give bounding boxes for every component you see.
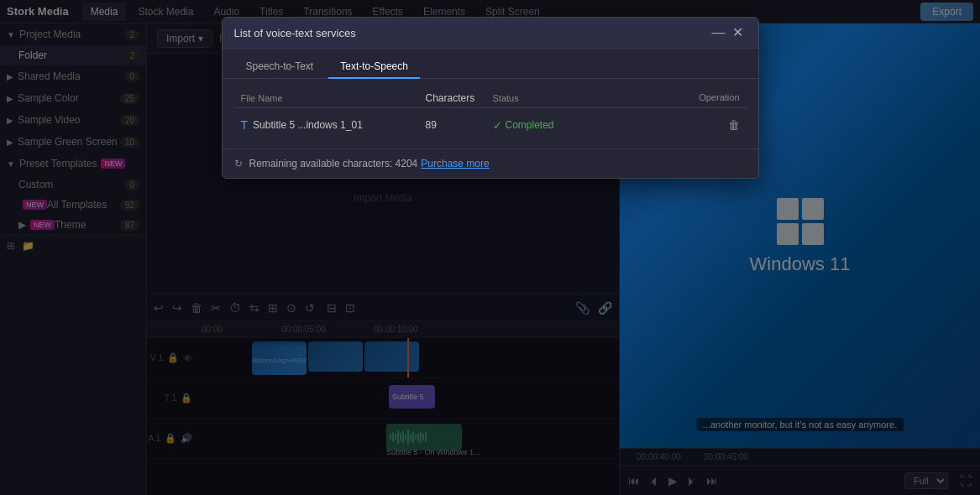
modal-close-button[interactable]: ✕ bbox=[729, 26, 747, 39]
tab-text-to-speech[interactable]: Text-to-Speech bbox=[328, 55, 420, 79]
file-name-cell: T Subtitle 5 ...indows 1_01 bbox=[241, 118, 426, 132]
modal-minimize-button[interactable]: — bbox=[709, 26, 729, 39]
modal-overlay: List of voice-text services — ✕ Speech-t… bbox=[0, 0, 980, 495]
col-header-filename: File Name bbox=[241, 92, 426, 104]
purchase-more-link[interactable]: Purchase more bbox=[421, 158, 489, 169]
col-header-status: Status bbox=[493, 92, 594, 104]
delete-row-button[interactable]: 🗑 bbox=[728, 118, 740, 132]
table-row: T Subtitle 5 ...indows 1_01 89 ✓ Complet… bbox=[234, 112, 747, 138]
status-badge: Completed bbox=[506, 119, 554, 131]
modal-table-header: File Name Characters Status Operation bbox=[234, 89, 747, 108]
modal-footer: ↻ Remaining available characters: 4204 P… bbox=[223, 148, 758, 178]
modal-tabs: Speech-to-Text Text-to-Speech bbox=[223, 49, 758, 79]
status-check-icon: ✓ bbox=[493, 119, 502, 132]
operation-cell: 🗑 bbox=[594, 118, 740, 132]
status-cell: ✓ Completed bbox=[493, 119, 594, 132]
file-icon: T bbox=[241, 118, 249, 132]
modal-body: File Name Characters Status Operation T … bbox=[223, 79, 758, 148]
tab-speech-to-text[interactable]: Speech-to-Text bbox=[234, 55, 326, 79]
modal-title: List of voice-text services bbox=[234, 27, 709, 39]
characters-cell: 89 bbox=[426, 119, 493, 131]
col-header-characters: Characters bbox=[426, 92, 493, 104]
voice-text-dialog: List of voice-text services — ✕ Speech-t… bbox=[222, 17, 759, 179]
file-name: Subtitle 5 ...indows 1_01 bbox=[253, 119, 363, 131]
refresh-icon[interactable]: ↻ bbox=[234, 158, 243, 169]
modal-header: List of voice-text services — ✕ bbox=[223, 18, 758, 49]
remaining-chars-text: Remaining available characters: 4204 bbox=[249, 158, 418, 169]
col-header-operation: Operation bbox=[594, 92, 740, 104]
